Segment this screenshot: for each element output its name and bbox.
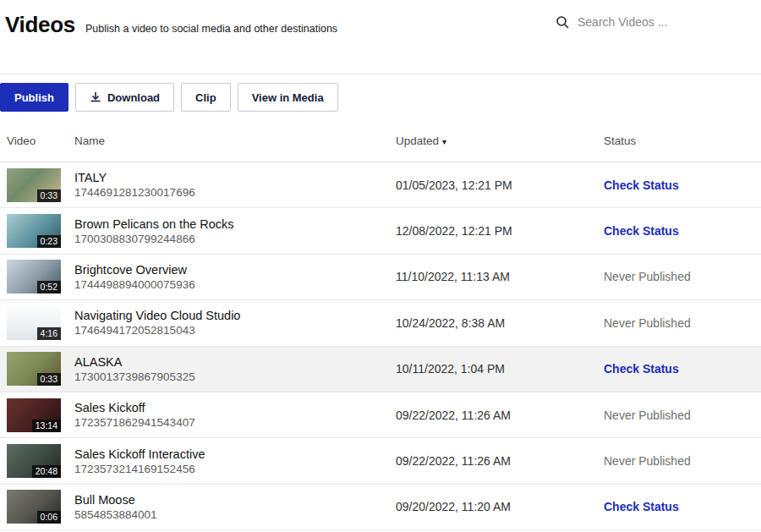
duration-badge: 0:52 [37, 281, 61, 293]
publish-button[interactable]: Publish [0, 83, 68, 112]
duration-badge: 20:48 [32, 465, 61, 478]
table-row[interactable]: 20:48 Sales Kickoff Interactive 17235732… [0, 438, 761, 484]
video-name-cell: Sales Kickoff Interactive 17235732141691… [74, 447, 396, 475]
video-name[interactable]: Sales Kickoff [74, 401, 387, 414]
video-thumbnail[interactable]: 0:06 [7, 490, 61, 524]
video-name[interactable]: Navigating Video Cloud Studio [74, 309, 387, 322]
video-status-cell: Never Published [604, 269, 761, 284]
page-header: Videos Publish a video to social media a… [0, 0, 761, 74]
video-name-cell: ITALY 1744691281230017696 [74, 171, 396, 199]
table-header-row: Video Name Updated▾ Status [0, 120, 761, 162]
video-status: Never Published [604, 409, 691, 422]
video-name[interactable]: ITALY [74, 171, 387, 184]
video-status-cell: Check Status [604, 499, 761, 514]
duration-badge: 4:16 [37, 327, 61, 340]
toolbar: Publish Download Clip View in Media [0, 74, 761, 120]
table-row[interactable]: 13:14 Sales Kickoff 1723571862941543407 … [0, 392, 761, 438]
search-box[interactable] [556, 15, 746, 29]
video-thumbnail[interactable]: 0:33 [7, 352, 61, 386]
video-status-cell: Check Status [604, 178, 761, 193]
video-status-cell: Check Status [604, 361, 761, 376]
video-thumbnail-cell: 0:06 [7, 490, 74, 524]
video-thumbnail-cell: 0:23 [7, 214, 74, 248]
video-name[interactable]: ALASKA [74, 355, 387, 369]
video-name[interactable]: Brown Pelicans on the Rocks [74, 217, 387, 231]
video-table: Video Name Updated▾ Status 0:33 ITALY 17… [0, 120, 761, 530]
video-name[interactable]: Bull Moose [74, 493, 387, 507]
video-thumbnail-cell: 4:16 [7, 306, 74, 340]
video-updated-cell: 12/08/2022, 12:21 PM [396, 223, 604, 239]
video-thumbnail[interactable]: 0:52 [7, 260, 61, 293]
video-thumbnail-cell: 13:14 [7, 398, 74, 432]
table-row[interactable]: 0:06 Bull Moose 5854853884001 09/20/2022… [0, 485, 761, 530]
view-in-media-button[interactable]: View in Media [238, 83, 338, 112]
video-updated: 12/08/2022, 12:21 PM [396, 224, 512, 238]
video-name-cell: ALASKA 1730013739867905325 [74, 355, 396, 383]
sort-descending-icon: ▾ [442, 137, 446, 146]
video-id: 1700308830799244866 [74, 233, 387, 245]
column-header-status: Status [604, 134, 761, 147]
video-name-cell: Navigating Video Cloud Studio 1746494172… [74, 309, 396, 337]
video-thumbnail-cell: 0:33 [7, 168, 74, 202]
column-header-updated-label: Updated [396, 134, 439, 147]
video-updated: 09/22/2022, 11:26 AM [396, 454, 511, 468]
table-row[interactable]: 4:16 Navigating Video Cloud Studio 17464… [0, 300, 761, 346]
video-status: Never Published [604, 270, 691, 283]
search-input[interactable] [578, 15, 746, 29]
clip-button[interactable]: Clip [181, 83, 231, 112]
video-thumbnail[interactable]: 4:16 [7, 306, 61, 340]
video-status: Never Published [604, 316, 691, 330]
video-status-cell: Never Published [604, 315, 761, 331]
view-in-media-button-label: View in Media [252, 91, 324, 104]
video-name-cell: Brown Pelicans on the Rocks 170030883079… [74, 217, 396, 245]
video-id: 1744498894000075936 [74, 278, 387, 291]
video-id: 1744691281230017696 [74, 186, 387, 199]
video-updated-cell: 09/22/2022, 11:26 AM [396, 453, 604, 469]
duration-badge: 13:14 [32, 420, 61, 432]
video-updated: 10/24/2022, 8:38 AM [396, 316, 505, 330]
video-id: 1723571862941543407 [74, 416, 387, 429]
video-updated: 09/22/2022, 11:26 AM [396, 409, 511, 422]
video-thumbnail[interactable]: 20:48 [7, 444, 61, 478]
column-header-name: Name [74, 134, 396, 147]
column-header-updated[interactable]: Updated▾ [396, 134, 604, 147]
table-row[interactable]: 0:52 Brightcove Overview 174449889400007… [0, 255, 761, 300]
video-status[interactable]: Check Status [604, 178, 679, 192]
download-icon [90, 91, 101, 103]
video-thumbnail[interactable]: 0:23 [7, 214, 61, 248]
video-updated-cell: 10/11/2022, 1:04 PM [396, 361, 604, 376]
column-header-video: Video [7, 134, 74, 147]
duration-badge: 0:06 [37, 511, 61, 524]
video-id: 1723573214169152456 [74, 463, 387, 475]
video-name-cell: Bull Moose 5854853884001 [74, 493, 396, 521]
video-status[interactable]: Check Status [604, 224, 679, 238]
duration-badge: 0:33 [37, 189, 61, 202]
video-updated-cell: 10/24/2022, 8:38 AM [396, 315, 604, 331]
video-name[interactable]: Brightcove Overview [74, 263, 387, 277]
video-name[interactable]: Sales Kickoff Interactive [74, 447, 387, 461]
video-table-body: 0:33 ITALY 1744691281230017696 01/05/202… [0, 162, 761, 530]
video-status-cell: Never Published [604, 408, 761, 423]
download-button[interactable]: Download [75, 83, 174, 112]
video-thumbnail[interactable]: 13:14 [7, 398, 61, 432]
video-updated: 01/05/2023, 12:21 PM [396, 178, 512, 192]
page-title: Videos [5, 12, 75, 38]
search-icon [556, 15, 569, 29]
duration-badge: 0:33 [37, 373, 61, 386]
video-updated-cell: 09/22/2022, 11:26 AM [396, 408, 604, 423]
video-updated: 09/20/2022, 11:20 AM [396, 500, 511, 513]
table-row[interactable]: 0:33 ALASKA 1730013739867905325 10/11/20… [0, 347, 761, 392]
table-row[interactable]: 0:33 ITALY 1744691281230017696 01/05/202… [0, 162, 761, 208]
video-id: 1730013739867905325 [74, 370, 387, 383]
table-row[interactable]: 0:23 Brown Pelicans on the Rocks 1700308… [0, 208, 761, 254]
video-updated-cell: 11/10/2022, 11:13 AM [396, 269, 604, 284]
video-status[interactable]: Check Status [604, 500, 679, 513]
video-updated-cell: 09/20/2022, 11:20 AM [396, 499, 604, 514]
video-status[interactable]: Check Status [604, 362, 679, 376]
video-thumbnail-cell: 0:52 [7, 260, 74, 293]
video-thumbnail[interactable]: 0:33 [7, 168, 61, 202]
video-name-cell: Sales Kickoff 1723571862941543407 [74, 401, 396, 429]
page-subtitle: Publish a video to social media and othe… [85, 23, 337, 35]
video-name-cell: Brightcove Overview 1744498894000075936 [74, 263, 396, 291]
video-id: 1746494172052815043 [74, 324, 387, 337]
